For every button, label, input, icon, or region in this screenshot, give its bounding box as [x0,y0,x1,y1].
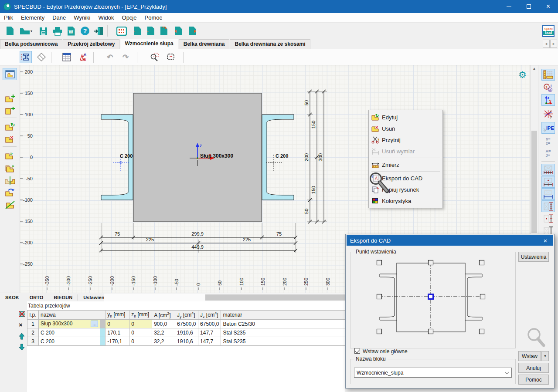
vdim-all-button[interactable] [541,200,555,212]
table-row[interactable]: 1 …Słup 300x300 0 0 900,0 67500,0 67500,… [27,320,345,328]
menu-item-usun[interactable]: × Usuń [369,123,442,134]
handle-top-right[interactable] [480,260,484,265]
handle-middle-right[interactable] [480,294,485,299]
col-header-jy[interactable]: Jy [cm4] [175,311,198,320]
cancel-button[interactable]: Anuluj [518,363,549,373]
insert-dropdown-button[interactable]: ▼ [541,351,549,361]
numbering-button[interactable]: 1iA [541,82,555,94]
tab-belka-podsuwnicowa[interactable]: Belka podsuwnicowa [0,39,62,49]
add-profile-button[interactable] [3,92,17,105]
mirror-profile-button[interactable] [3,174,17,186]
menu-widok[interactable]: Widok [94,14,118,22]
status-tab-biegun[interactable]: BIEGUN [48,295,78,300]
menu-item-edytuj[interactable]: ↻ Edytuj [369,112,442,123]
open-file-button[interactable]: ▼ [18,24,34,37]
help-button[interactable]: ? [78,24,92,37]
sort-rows-button[interactable] [18,311,26,319]
status-tab-orto[interactable]: ORTO [24,295,49,300]
previous-section-button[interactable]: ◄ [172,24,185,37]
cell-name[interactable]: C 200 [38,328,100,337]
hdim-total-button[interactable] [541,188,555,200]
edit-profile-button[interactable]: ↻ [3,121,17,133]
cell-zn[interactable]: 0 [129,337,152,346]
tab-belka-drewniana-ze-skosami[interactable]: Belka drewniana ze skosami [230,39,310,49]
handle-top-center[interactable] [429,260,433,265]
rotate-profile-button[interactable] [3,186,17,199]
cell-zn[interactable]: 0 [129,328,152,337]
copy-section-button[interactable]: ↷ [157,24,170,37]
cell-yn[interactable]: 170,1 [105,328,129,337]
menu-pomoc[interactable]: Pomoc [141,14,166,22]
insertion-point-preview[interactable] [350,252,515,348]
settings-button[interactable]: Ustawienia [518,252,549,262]
move-row-up-button[interactable] [19,333,25,341]
redo-button[interactable]: ↷ [119,51,132,63]
col-header-zn[interactable]: zn [mm] [129,311,152,320]
scroll-up-icon[interactable]: ▲ [531,65,538,71]
handle-center-selected[interactable] [429,294,433,299]
add-section-button[interactable]: + [131,24,144,37]
section-table-button[interactable] [115,24,128,37]
delete-row-button[interactable]: × [19,321,23,328]
checkbox-label[interactable]: Wstaw osie główne [363,348,408,355]
menu-opcje[interactable]: Opcje [118,14,141,22]
profile-labels-button[interactable]: IPE [541,122,555,134]
exit-button[interactable] [92,24,105,37]
vdim-center-button[interactable] [541,213,555,224]
color-swatch[interactable] [100,328,105,337]
properties-labels-button[interactable]: A=J= [541,148,555,159]
rulers-grid-button[interactable] [541,69,555,81]
zoom-preview-icon[interactable] [524,327,550,349]
insert-button[interactable]: Wstaw [518,351,541,361]
row-number[interactable]: 2 [27,328,39,337]
save-button[interactable] [37,24,50,37]
tab-wzmocnienie-slupa[interactable]: Wzmocnienie słupa [120,39,178,49]
table-row[interactable]: 3 C 200 -170,1 0 32,2 1910,6 147,7 Stal … [27,337,345,346]
menu-item-przytnij[interactable]: Przytnij [369,134,442,145]
handle-bottom-left[interactable] [377,329,382,334]
tab-scroll-right-button[interactable]: ► [550,40,557,48]
tab-belka-drewniana[interactable]: Belka drewniana [179,39,230,49]
cell-yn[interactable]: 0 [105,320,129,328]
cell-yn[interactable]: -170,1 [105,337,129,346]
color-swatch[interactable] [100,337,105,346]
scrollbar-thumb[interactable] [205,294,345,301]
row-number[interactable]: 1 [27,320,39,328]
minimize-button[interactable] [499,0,519,13]
help-button[interactable]: Pomoc [518,375,549,385]
scrollbar-thumb[interactable] [531,131,537,233]
maximize-button[interactable] [519,0,538,13]
menu-elementy[interactable]: Elementy [17,14,48,22]
col-header-jz[interactable]: Jz [cm4] [198,311,221,320]
copy-profile-button[interactable]: » [3,162,17,174]
axes-button[interactable]: zy [541,94,555,106]
col-header-lp[interactable]: l.p. [27,311,39,320]
close-button[interactable]: × [538,0,558,13]
menu-item-zmierz[interactable]: Zmierz [369,159,442,170]
principal-axes-button[interactable]: zy [541,108,555,120]
status-tab-skok[interactable]: SKOK [0,295,24,300]
remove-section-button[interactable]: − [144,24,157,37]
export-word-button[interactable]: W [65,24,78,37]
hdim-all-button[interactable] [541,164,555,176]
dialog-close-button[interactable]: × [538,237,553,244]
eraser-button[interactable] [35,51,48,63]
section-editor-button[interactable] [20,51,32,63]
insert-axes-checkbox[interactable] [354,348,360,354]
menu-item-kolorystyka[interactable]: Kolorystyka [369,195,442,206]
cell-zn[interactable]: 0 [129,320,152,328]
new-file-button[interactable] [3,24,17,37]
cell-name[interactable]: …Słup 300x300 [38,320,100,328]
zoom-window-button[interactable] [148,51,160,63]
add-rectangle-button[interactable] [3,105,17,117]
handle-top-left[interactable] [377,260,382,265]
handle-bottom-center[interactable] [429,329,433,334]
cell-material[interactable]: Beton C25/30 [221,320,345,328]
region-select-button[interactable] [165,51,177,63]
next-section-button[interactable]: ► [186,24,199,37]
col-header-a[interactable]: A [cm2] [152,311,175,320]
move-row-down-button[interactable] [19,344,25,352]
renumber-button[interactable]: 66 [77,51,89,63]
block-name-combobox[interactable]: Wzmocnienie_slupa [354,368,512,378]
chevron-down-icon[interactable] [505,370,509,374]
